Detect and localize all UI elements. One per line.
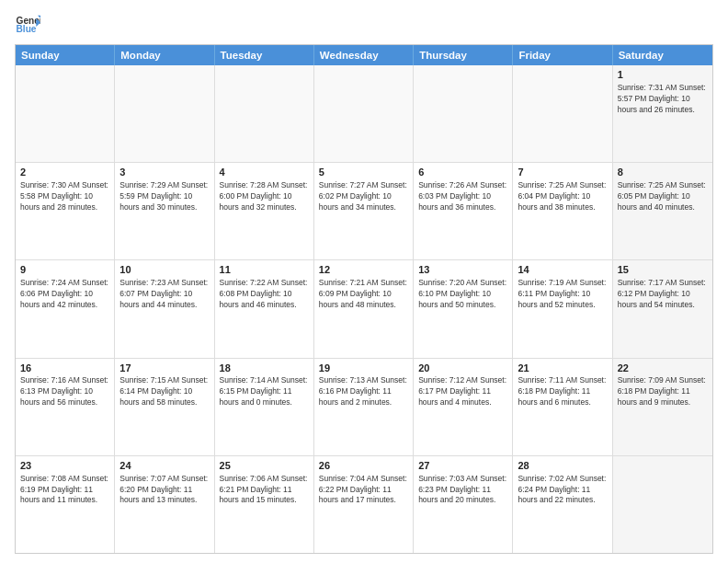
- day-number: 15: [618, 263, 708, 277]
- day-cell-19: 19Sunrise: 7:13 AM Sunset: 6:16 PM Dayli…: [314, 359, 414, 455]
- day-cell-3: 3Sunrise: 7:29 AM Sunset: 5:59 PM Daylig…: [115, 163, 214, 259]
- day-details: Sunrise: 7:13 AM Sunset: 6:16 PM Dayligh…: [319, 375, 408, 408]
- day-number: 19: [319, 362, 408, 375]
- day-details: Sunrise: 7:25 AM Sunset: 6:05 PM Dayligh…: [618, 180, 708, 213]
- empty-cell-0-4: [414, 65, 513, 162]
- day-cell-11: 11Sunrise: 7:22 AM Sunset: 6:08 PM Dayli…: [215, 260, 314, 357]
- day-details: Sunrise: 7:23 AM Sunset: 6:07 PM Dayligh…: [119, 278, 209, 311]
- week-row-2: 2Sunrise: 7:30 AM Sunset: 5:58 PM Daylig…: [16, 163, 712, 260]
- day-details: Sunrise: 7:15 AM Sunset: 6:14 PM Dayligh…: [119, 375, 209, 408]
- header-day-saturday: Saturday: [613, 45, 712, 65]
- empty-cell-0-0: [16, 65, 115, 162]
- logo: General Blue: [15, 11, 44, 37]
- week-row-1: 1Sunrise: 7:31 AM Sunset: 5:57 PM Daylig…: [16, 65, 712, 163]
- day-cell-7: 7Sunrise: 7:25 AM Sunset: 6:04 PM Daylig…: [513, 163, 612, 259]
- day-number: 14: [518, 263, 607, 277]
- day-details: Sunrise: 7:26 AM Sunset: 6:03 PM Dayligh…: [418, 180, 507, 213]
- day-number: 4: [220, 166, 309, 179]
- calendar-body: 1Sunrise: 7:31 AM Sunset: 5:57 PM Daylig…: [16, 65, 712, 553]
- header-day-sunday: Sunday: [16, 45, 115, 65]
- week-row-4: 16Sunrise: 7:16 AM Sunset: 6:13 PM Dayli…: [16, 359, 712, 456]
- day-cell-23: 23Sunrise: 7:08 AM Sunset: 6:19 PM Dayli…: [16, 456, 115, 553]
- empty-cell-4-6: [613, 456, 712, 553]
- header-day-friday: Friday: [513, 45, 612, 65]
- day-details: Sunrise: 7:27 AM Sunset: 6:02 PM Dayligh…: [319, 180, 408, 213]
- empty-cell-0-1: [115, 65, 214, 162]
- day-number: 21: [518, 362, 607, 375]
- day-number: 17: [119, 362, 209, 375]
- day-number: 11: [220, 263, 309, 277]
- day-number: 23: [20, 459, 109, 473]
- day-cell-9: 9Sunrise: 7:24 AM Sunset: 6:06 PM Daylig…: [16, 260, 115, 357]
- day-cell-25: 25Sunrise: 7:06 AM Sunset: 6:21 PM Dayli…: [215, 456, 314, 553]
- day-details: Sunrise: 7:03 AM Sunset: 6:23 PM Dayligh…: [418, 474, 507, 507]
- svg-text:Blue: Blue: [17, 24, 37, 34]
- day-details: Sunrise: 7:09 AM Sunset: 6:18 PM Dayligh…: [618, 375, 708, 408]
- week-row-3: 9Sunrise: 7:24 AM Sunset: 6:06 PM Daylig…: [16, 260, 712, 358]
- day-cell-27: 27Sunrise: 7:03 AM Sunset: 6:23 PM Dayli…: [414, 456, 513, 553]
- day-cell-2: 2Sunrise: 7:30 AM Sunset: 5:58 PM Daylig…: [16, 163, 115, 259]
- empty-cell-0-2: [215, 65, 314, 162]
- day-details: Sunrise: 7:25 AM Sunset: 6:04 PM Dayligh…: [518, 180, 607, 213]
- day-cell-5: 5Sunrise: 7:27 AM Sunset: 6:02 PM Daylig…: [314, 163, 414, 259]
- day-number: 8: [618, 166, 708, 179]
- day-cell-6: 6Sunrise: 7:26 AM Sunset: 6:03 PM Daylig…: [414, 163, 513, 259]
- day-cell-17: 17Sunrise: 7:15 AM Sunset: 6:14 PM Dayli…: [115, 359, 214, 455]
- day-number: 7: [518, 166, 607, 179]
- day-details: Sunrise: 7:20 AM Sunset: 6:10 PM Dayligh…: [418, 278, 507, 311]
- day-number: 22: [618, 362, 708, 375]
- week-row-5: 23Sunrise: 7:08 AM Sunset: 6:19 PM Dayli…: [16, 456, 712, 553]
- day-cell-4: 4Sunrise: 7:28 AM Sunset: 6:00 PM Daylig…: [215, 163, 314, 259]
- day-number: 2: [20, 166, 109, 179]
- day-number: 26: [319, 459, 408, 473]
- day-number: 20: [418, 362, 507, 375]
- day-number: 18: [220, 362, 309, 375]
- empty-cell-0-5: [513, 65, 612, 162]
- day-number: 10: [119, 263, 209, 277]
- day-number: 24: [119, 459, 209, 473]
- day-number: 1: [618, 68, 708, 82]
- day-number: 27: [418, 459, 507, 473]
- day-details: Sunrise: 7:30 AM Sunset: 5:58 PM Dayligh…: [20, 180, 109, 213]
- day-cell-10: 10Sunrise: 7:23 AM Sunset: 6:07 PM Dayli…: [115, 260, 214, 357]
- day-details: Sunrise: 7:06 AM Sunset: 6:21 PM Dayligh…: [220, 474, 309, 507]
- day-details: Sunrise: 7:11 AM Sunset: 6:18 PM Dayligh…: [518, 375, 607, 408]
- day-cell-26: 26Sunrise: 7:04 AM Sunset: 6:22 PM Dayli…: [314, 456, 414, 553]
- day-cell-13: 13Sunrise: 7:20 AM Sunset: 6:10 PM Dayli…: [414, 260, 513, 357]
- day-details: Sunrise: 7:24 AM Sunset: 6:06 PM Dayligh…: [20, 278, 109, 311]
- day-cell-12: 12Sunrise: 7:21 AM Sunset: 6:09 PM Dayli…: [314, 260, 414, 357]
- day-number: 28: [518, 459, 607, 473]
- day-number: 6: [418, 166, 507, 179]
- day-details: Sunrise: 7:08 AM Sunset: 6:19 PM Dayligh…: [20, 474, 109, 507]
- header-day-tuesday: Tuesday: [215, 45, 314, 65]
- header: General Blue: [15, 11, 713, 37]
- day-cell-16: 16Sunrise: 7:16 AM Sunset: 6:13 PM Dayli…: [16, 359, 115, 455]
- day-details: Sunrise: 7:12 AM Sunset: 6:17 PM Dayligh…: [418, 375, 507, 408]
- day-number: 3: [119, 166, 209, 179]
- day-cell-18: 18Sunrise: 7:14 AM Sunset: 6:15 PM Dayli…: [215, 359, 314, 455]
- day-cell-14: 14Sunrise: 7:19 AM Sunset: 6:11 PM Dayli…: [513, 260, 612, 357]
- day-cell-24: 24Sunrise: 7:07 AM Sunset: 6:20 PM Dayli…: [115, 456, 214, 553]
- day-details: Sunrise: 7:28 AM Sunset: 6:00 PM Dayligh…: [220, 180, 309, 213]
- day-details: Sunrise: 7:16 AM Sunset: 6:13 PM Dayligh…: [20, 375, 109, 408]
- day-cell-1: 1Sunrise: 7:31 AM Sunset: 5:57 PM Daylig…: [613, 65, 712, 162]
- day-details: Sunrise: 7:07 AM Sunset: 6:20 PM Dayligh…: [119, 474, 209, 507]
- day-details: Sunrise: 7:02 AM Sunset: 6:24 PM Dayligh…: [518, 474, 607, 507]
- day-details: Sunrise: 7:17 AM Sunset: 6:12 PM Dayligh…: [618, 278, 708, 311]
- day-details: Sunrise: 7:04 AM Sunset: 6:22 PM Dayligh…: [319, 474, 408, 507]
- header-day-thursday: Thursday: [414, 45, 513, 65]
- day-details: Sunrise: 7:22 AM Sunset: 6:08 PM Dayligh…: [220, 278, 309, 311]
- logo-icon: General Blue: [15, 11, 40, 37]
- day-details: Sunrise: 7:14 AM Sunset: 6:15 PM Dayligh…: [220, 375, 309, 408]
- day-number: 12: [319, 263, 408, 277]
- day-details: Sunrise: 7:21 AM Sunset: 6:09 PM Dayligh…: [319, 278, 408, 311]
- day-cell-15: 15Sunrise: 7:17 AM Sunset: 6:12 PM Dayli…: [613, 260, 712, 357]
- day-number: 13: [418, 263, 507, 277]
- day-cell-21: 21Sunrise: 7:11 AM Sunset: 6:18 PM Dayli…: [513, 359, 612, 455]
- calendar-header: SundayMondayTuesdayWednesdayThursdayFrid…: [16, 45, 712, 65]
- day-details: Sunrise: 7:31 AM Sunset: 5:57 PM Dayligh…: [618, 83, 708, 116]
- page: General Blue SundayMondayTuesdayWednesda…: [0, 0, 728, 563]
- day-number: 16: [20, 362, 109, 375]
- day-number: 9: [20, 263, 109, 277]
- day-cell-20: 20Sunrise: 7:12 AM Sunset: 6:17 PM Dayli…: [414, 359, 513, 455]
